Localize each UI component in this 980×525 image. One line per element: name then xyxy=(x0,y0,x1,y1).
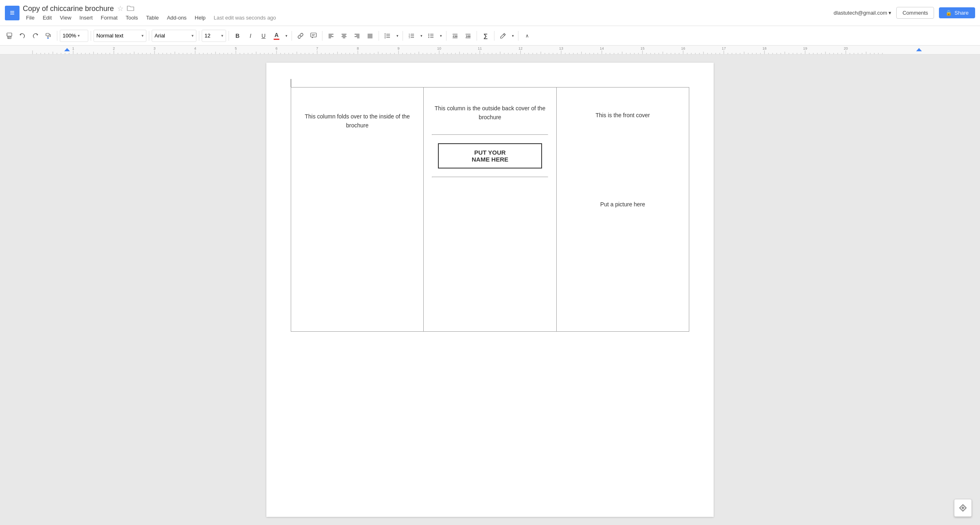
toolbar: 100% ▾ Normal text ▾ Arial ▾ 12 ▾ B I U … xyxy=(0,26,980,46)
separator-5 xyxy=(229,31,229,41)
menu-tools[interactable]: Tools xyxy=(122,14,141,22)
italic-button[interactable]: I xyxy=(244,30,257,42)
doc-title-section: Copy of chiccarine brochure ☆ File Edit … xyxy=(23,4,830,22)
svg-rect-7 xyxy=(47,38,49,39)
formula-button[interactable]: ∑ xyxy=(479,30,492,42)
separator-7 xyxy=(322,31,322,41)
text-color-arrow[interactable]: ▾ xyxy=(283,30,289,42)
separator-8 xyxy=(379,31,379,41)
name-box[interactable]: PUT YOUR NAME HERE xyxy=(438,143,542,168)
star-icon[interactable]: ☆ xyxy=(117,4,124,13)
menu-table[interactable]: Table xyxy=(143,14,162,22)
menu-insert[interactable]: Insert xyxy=(76,14,96,22)
justify-button[interactable] xyxy=(364,30,376,42)
brochure-col2[interactable]: This column is the outside back cover of… xyxy=(424,88,556,332)
col2-divider-2 xyxy=(432,177,548,177)
svg-rect-0 xyxy=(7,33,12,36)
top-bar: ≡ Copy of chiccarine brochure ☆ File Edi… xyxy=(0,0,980,26)
font-select[interactable]: Arial ▾ xyxy=(152,30,196,42)
menu-file[interactable]: File xyxy=(23,14,38,22)
line-spacing-button[interactable] xyxy=(381,30,394,42)
floating-assist-button[interactable] xyxy=(954,499,972,517)
style-select[interactable]: Normal text ▾ xyxy=(94,30,146,42)
numbered-list-button[interactable]: 1.2.3. xyxy=(405,30,418,42)
text-color-button[interactable]: A xyxy=(270,30,283,42)
font-size-select[interactable]: 12 ▾ xyxy=(202,30,226,42)
text-cursor xyxy=(291,79,291,87)
align-left-button[interactable] xyxy=(325,30,337,42)
undo-button[interactable] xyxy=(16,30,28,42)
bullet-list-button[interactable] xyxy=(425,30,437,42)
lock-icon: 🔒 xyxy=(945,10,952,16)
doc-title: Copy of chiccarine brochure xyxy=(23,4,114,13)
brochure-col3[interactable]: This is the front cover Put a picture he… xyxy=(556,88,689,332)
bullet-list-arrow[interactable]: ▾ xyxy=(438,30,444,42)
picture-placeholder: Put a picture here xyxy=(600,200,645,209)
numbered-list-arrow[interactable]: ▾ xyxy=(418,30,424,42)
folder-icon[interactable] xyxy=(127,4,134,13)
col2-top-text: This column is the outside back cover of… xyxy=(432,104,548,122)
align-center-button[interactable] xyxy=(338,30,350,42)
toolbar-collapse-button[interactable]: ∧ xyxy=(521,30,533,42)
col1-content: This column folds over to the inside of … xyxy=(299,96,415,130)
separator-6 xyxy=(292,31,292,41)
separator-3 xyxy=(149,31,149,41)
doc-title-row: Copy of chiccarine brochure ☆ xyxy=(23,4,830,13)
ruler xyxy=(0,46,980,55)
separator-1 xyxy=(57,31,57,41)
document-page[interactable]: This column folds over to the inside of … xyxy=(266,63,714,517)
indent-decrease-button[interactable] xyxy=(449,30,461,42)
redo-button[interactable] xyxy=(29,30,41,42)
menu-help[interactable]: Help xyxy=(192,14,209,22)
svg-rect-5 xyxy=(46,33,49,36)
separator-12 xyxy=(494,31,494,41)
align-right-button[interactable] xyxy=(351,30,363,42)
comment-button[interactable] xyxy=(307,30,320,42)
svg-rect-2 xyxy=(8,37,11,37)
indent-increase-button[interactable] xyxy=(462,30,474,42)
brochure-table: This column folds over to the inside of … xyxy=(291,87,689,332)
separator-13 xyxy=(518,31,518,41)
menu-view[interactable]: View xyxy=(57,14,74,22)
text-color-indicator xyxy=(274,39,279,40)
svg-point-36 xyxy=(428,33,429,34)
menu-format[interactable]: Format xyxy=(98,14,121,22)
separator-9 xyxy=(403,31,403,41)
top-right-actions: dlastutech@gmail.com ▾ Comments 🔒 Share xyxy=(834,7,975,19)
share-button[interactable]: 🔒 Share xyxy=(939,7,975,18)
name-box-text: PUT YOUR NAME HERE xyxy=(447,149,534,163)
print-button[interactable] xyxy=(3,30,15,42)
svg-rect-3 xyxy=(8,38,10,38)
drawing-arrow[interactable]: ▾ xyxy=(510,30,516,42)
last-edit-status: Last edit was seconds ago xyxy=(214,15,276,21)
col2-divider xyxy=(432,134,548,135)
front-cover-text: This is the front cover xyxy=(595,112,650,118)
svg-rect-4 xyxy=(7,35,8,35)
col2-content: This column is the outside back cover of… xyxy=(432,96,548,182)
separator-4 xyxy=(199,31,199,41)
drawing-button[interactable] xyxy=(497,30,509,42)
zoom-select[interactable]: 100% ▾ xyxy=(60,30,88,42)
svg-point-38 xyxy=(428,35,429,36)
underline-button[interactable]: U xyxy=(257,30,270,42)
line-spacing-arrow[interactable]: ▾ xyxy=(394,30,400,42)
menu-addons[interactable]: Add-ons xyxy=(163,14,189,22)
brochure-row: This column folds over to the inside of … xyxy=(291,88,689,332)
svg-line-50 xyxy=(503,34,505,35)
brochure-col1[interactable]: This column folds over to the inside of … xyxy=(291,88,424,332)
separator-2 xyxy=(91,31,91,41)
app-menu-icon[interactable]: ≡ xyxy=(5,6,20,20)
svg-rect-8 xyxy=(311,33,316,37)
separator-11 xyxy=(477,31,477,41)
bold-button[interactable]: B xyxy=(231,30,244,42)
separator-10 xyxy=(446,31,446,41)
menu-edit[interactable]: Edit xyxy=(39,14,55,22)
comments-button[interactable]: Comments xyxy=(896,7,934,19)
link-button[interactable] xyxy=(294,30,307,42)
col3-content: This is the front cover Put a picture he… xyxy=(565,96,681,209)
menu-bar: File Edit View Insert Format Tools Table… xyxy=(23,14,830,22)
svg-text:3.: 3. xyxy=(409,36,410,39)
user-email[interactable]: dlastutech@gmail.com ▾ xyxy=(834,10,891,16)
document-area[interactable]: This column folds over to the inside of … xyxy=(0,55,980,525)
format-paint-button[interactable] xyxy=(42,30,54,42)
